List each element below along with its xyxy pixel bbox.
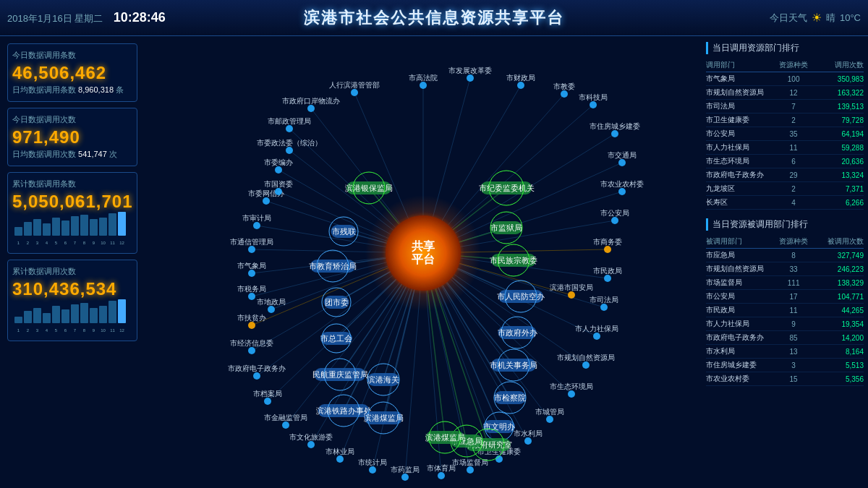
invoke-count: 14,200 <box>811 334 864 342</box>
network-node[interactable]: 市气象局 <box>237 262 266 277</box>
svg-point-71 <box>467 466 474 474</box>
network-area: 市高法院人行滨港管管部市发展改革委市财政局市教委市科技局市政府口岸物流办市邮政管… <box>145 36 702 488</box>
svg-point-78 <box>264 398 271 405</box>
network-node[interactable]: 市扶贫办 <box>237 314 266 329</box>
network-node[interactable]: 市文明办 <box>483 412 515 441</box>
header: 2018年1月16日 星期二 10:28:46 滨港市社会公共信息资源共享平台 … <box>0 0 868 36</box>
network-node[interactable]: 市纪委监委机关 <box>479 171 535 205</box>
network-node[interactable]: 市经济信息委 <box>230 339 273 354</box>
svg-text:1: 1 <box>17 328 20 332</box>
svg-rect-3 <box>43 223 51 236</box>
node-label: 市民政局 <box>593 267 622 275</box>
network-node[interactable]: 市审计局 <box>242 214 271 229</box>
network-node[interactable]: 市农业农村委 <box>600 180 644 195</box>
weather-icon: ☀ <box>812 11 822 25</box>
dept-name: 市水利局 <box>706 346 776 356</box>
network-node[interactable]: 滨港市国安局 <box>550 283 593 299</box>
stat-sub: 日均数据调用次数 541,747 次 <box>12 149 132 160</box>
table-row: 九龙坡区 2 7,371 <box>706 182 864 196</box>
mini-chart: 123456789101112 <box>12 299 132 332</box>
network-node[interactable]: 市城管局 <box>535 408 564 423</box>
network-node[interactable]: 市通信管理局 <box>230 238 273 253</box>
network-node[interactable]: 市教委 <box>553 82 575 98</box>
network-node[interactable]: 市场监督局 <box>452 458 488 474</box>
resource-count: 13 <box>776 348 811 356</box>
center-label: 共享 <box>412 239 435 252</box>
node-label: 市财政局 <box>506 74 535 82</box>
network-node[interactable]: 市科技局 <box>579 93 608 108</box>
svg-point-69 <box>524 437 532 445</box>
network-node[interactable]: 市总工会 <box>320 324 352 353</box>
network-node[interactable]: 市交通局 <box>608 151 637 166</box>
table-row: 市政府电子政务办 85 14,200 <box>706 331 864 345</box>
network-node[interactable]: 市住房城乡建委 <box>590 122 640 137</box>
resource-count: 9 <box>776 320 811 328</box>
dept-name: 市应急局 <box>706 250 776 260</box>
node-label: 市水利局 <box>514 429 542 437</box>
svg-rect-29 <box>61 309 69 323</box>
network-node[interactable]: 市生态环境局 <box>550 382 593 398</box>
svg-text:2: 2 <box>27 328 30 332</box>
network-node[interactable]: 市邮政管理局 <box>268 117 311 132</box>
network-node[interactable]: 市文化旅游委 <box>289 433 333 448</box>
network-node[interactable]: 民航重庆监管局 <box>312 359 368 390</box>
svg-point-49 <box>351 89 358 96</box>
network-node[interactable]: 市商务委 <box>593 238 622 253</box>
svg-rect-10 <box>109 213 116 236</box>
network-node[interactable]: 市地政局 <box>257 298 286 313</box>
network-node[interactable]: 人行滨港管管部 <box>329 81 380 96</box>
network-node[interactable]: 滨港煤监局 <box>425 421 465 453</box>
network-node[interactable]: 团市委 <box>322 288 351 317</box>
node-label: 市政府外办 <box>498 328 537 337</box>
stat-block-total-invoke-count: 累计数据调用次数310,436,534 123456789101112 <box>7 260 137 341</box>
stat-value: 5,050,061,701 <box>12 192 132 212</box>
network-node[interactable]: 市金融监管局 <box>264 414 307 429</box>
network-node[interactable]: 市体育局 <box>427 464 456 479</box>
network-node[interactable]: 市发展改革委 <box>448 67 492 82</box>
network-node[interactable]: 市高法院 <box>409 74 438 89</box>
network-node[interactable]: 市司法局 <box>590 296 618 311</box>
table-row: 市规划自然资源局 33 246,223 <box>706 262 864 276</box>
node-label: 市农业农村委 <box>600 180 644 188</box>
svg-text:5: 5 <box>55 328 58 332</box>
dept-name: 市气象局 <box>706 74 776 84</box>
stat-label: 今日数据调用次数 <box>12 114 132 125</box>
network-node[interactable]: 滨港银保监局 <box>345 172 393 204</box>
network-node[interactable]: 市人力社保局 <box>575 325 618 340</box>
stat-label: 累计数据调用条数 <box>12 179 132 189</box>
mini-chart: 123456789101112 <box>12 212 132 244</box>
invoke-count: 79,728 <box>811 116 864 124</box>
svg-point-57 <box>275 166 282 174</box>
network-node[interactable]: 市民政局 <box>593 267 622 282</box>
network-node[interactable]: 市水利局 <box>514 429 542 445</box>
network-node[interactable]: 滨港海关 <box>367 364 399 395</box>
network-node[interactable]: 市药监局 <box>391 466 420 481</box>
svg-rect-9 <box>99 218 107 236</box>
bottom-table-header: 被调用部门 资源种类 被调用次数 <box>706 235 864 249</box>
svg-point-86 <box>263 197 270 205</box>
network-node[interactable]: 市教育矫治局 <box>309 250 357 282</box>
stat-block-today-invoke-count: 今日数据调用次数971,490日均数据调用次数 541,747 次 <box>7 108 137 166</box>
svg-point-80 <box>248 347 255 354</box>
network-node[interactable]: 市统计局 <box>358 458 387 474</box>
svg-point-62 <box>604 246 611 253</box>
svg-text:5: 5 <box>55 241 58 244</box>
network-node[interactable]: 市林业局 <box>326 448 354 463</box>
network-node[interactable]: 市规划自然资源局 <box>557 354 615 369</box>
network-node[interactable]: 市民族宗教委 <box>490 244 537 276</box>
invoke-count: 20,636 <box>811 158 864 166</box>
network-node[interactable]: 市公安局 <box>600 209 629 224</box>
node-label: 市人力社保局 <box>575 325 618 333</box>
node-label: 市邮政管理局 <box>268 117 311 125</box>
network-node[interactable]: 市档案局 <box>253 390 282 405</box>
network-node[interactable]: 市残联 <box>329 217 358 246</box>
network-node[interactable]: 市委编办 <box>264 158 293 174</box>
table-row: 市公安局 35 64,194 <box>706 127 864 141</box>
network-node[interactable]: 市委政法委（综治） <box>257 139 322 154</box>
network-node[interactable]: 市政府电子政务办 <box>228 364 286 380</box>
svg-point-66 <box>582 361 590 369</box>
network-node[interactable]: 市财政局 <box>506 74 535 89</box>
network-node[interactable]: 市政府口岸物流办 <box>282 97 340 112</box>
svg-text:9: 9 <box>93 328 95 332</box>
svg-point-129 <box>568 291 575 299</box>
